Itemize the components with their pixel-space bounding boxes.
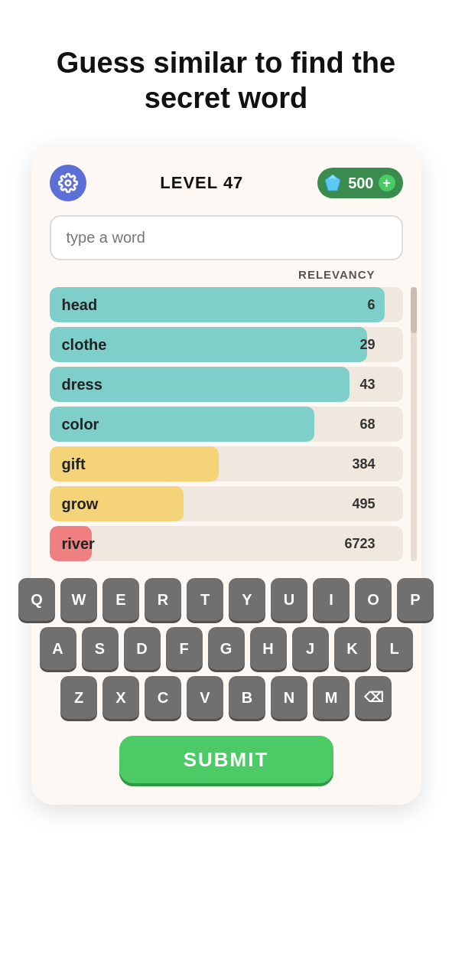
scrollbar-track[interactable] <box>411 287 417 561</box>
svg-point-0 <box>65 181 70 186</box>
keyboard-row: ASDFGHJKL <box>40 627 413 670</box>
key-x[interactable]: X <box>102 676 139 719</box>
page-headline: Guess similar to find the secret word <box>0 46 452 116</box>
word-row: clothe29 <box>50 327 403 362</box>
word-row: river6723 <box>50 526 403 561</box>
word-score: 68 <box>359 416 402 433</box>
key-l[interactable]: L <box>376 627 413 670</box>
keyboard-row: QWERTYUIOP <box>18 578 434 621</box>
word-row: color68 <box>50 407 403 442</box>
word-text: grow <box>50 495 353 513</box>
word-score: 495 <box>352 496 402 512</box>
gem-icon <box>322 172 343 194</box>
gear-icon <box>58 173 78 193</box>
card-header: LEVEL 47 500 + <box>50 165 403 201</box>
submit-button[interactable]: SUBMIT <box>119 736 333 783</box>
key-o[interactable]: O <box>355 578 392 621</box>
key-i[interactable]: I <box>313 578 350 621</box>
key-j[interactable]: J <box>292 627 329 670</box>
word-row: grow495 <box>50 486 403 521</box>
word-row: dress43 <box>50 367 403 402</box>
add-gems-button[interactable]: + <box>379 175 395 191</box>
word-score: 29 <box>359 337 402 353</box>
key-a[interactable]: A <box>40 627 76 670</box>
key-v[interactable]: V <box>187 676 223 719</box>
gems-count: 500 <box>348 175 373 192</box>
words-list: head6clothe29dress43color68gift384grow49… <box>50 287 403 561</box>
key-y[interactable]: Y <box>229 578 265 621</box>
key-e[interactable]: E <box>102 578 139 621</box>
word-row: gift384 <box>50 446 403 482</box>
key-q[interactable]: Q <box>18 578 55 621</box>
word-score: 384 <box>352 456 402 472</box>
word-text: gift <box>50 456 353 473</box>
key-n[interactable]: N <box>271 676 307 719</box>
keyboard-row: ZXCVBNM⌫ <box>60 676 392 719</box>
keyboard: QWERTYUIOPASDFGHJKLZXCVBNM⌫ <box>50 578 403 719</box>
key-t[interactable]: T <box>187 578 223 621</box>
word-text: color <box>50 416 360 433</box>
word-row: head6 <box>50 287 403 322</box>
word-text: river <box>50 535 345 553</box>
relevancy-header: RELEVANCY <box>50 268 403 281</box>
settings-button[interactable] <box>50 165 86 201</box>
key-u[interactable]: U <box>271 578 307 621</box>
word-text: dress <box>50 376 360 394</box>
key-k[interactable]: K <box>334 627 371 670</box>
key-r[interactable]: R <box>145 578 181 621</box>
key-b[interactable]: B <box>229 676 265 719</box>
key-m[interactable]: M <box>313 676 350 719</box>
scrollbar-thumb[interactable] <box>411 287 417 333</box>
word-score: 43 <box>359 377 402 393</box>
key-p[interactable]: P <box>397 578 434 621</box>
word-score: 6 <box>367 297 402 313</box>
key-s[interactable]: S <box>82 627 119 670</box>
gems-badge: 500 + <box>317 168 402 198</box>
key-h[interactable]: H <box>250 627 287 670</box>
level-label: LEVEL 47 <box>160 173 243 193</box>
game-card: LEVEL 47 500 + RELEVANCY head6clothe29dr… <box>31 146 421 805</box>
word-text: clothe <box>50 336 360 354</box>
key-w[interactable]: W <box>60 578 97 621</box>
key-z[interactable]: Z <box>60 676 97 719</box>
word-score: 6723 <box>344 536 402 552</box>
key-c[interactable]: C <box>145 676 181 719</box>
word-text: head <box>50 296 368 314</box>
key-d[interactable]: D <box>124 627 161 670</box>
backspace-key[interactable]: ⌫ <box>355 676 392 719</box>
word-input[interactable] <box>50 215 403 260</box>
key-f[interactable]: F <box>166 627 203 670</box>
key-g[interactable]: G <box>208 627 245 670</box>
